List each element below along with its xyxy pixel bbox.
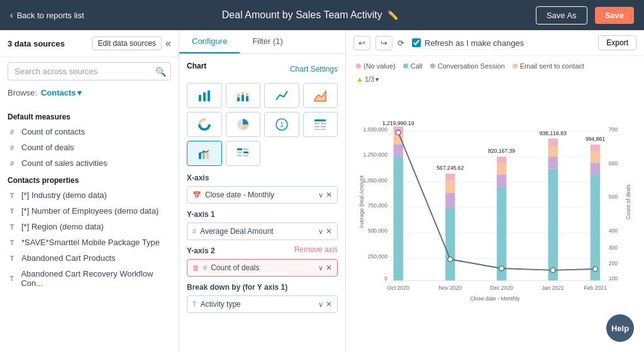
- browse-row: Browse: Contacts ▾: [0, 85, 179, 102]
- pie-chart-icon: [236, 118, 250, 131]
- breakdown-value: Activity type: [201, 300, 241, 309]
- list-item[interactable]: T [*] Industry (demo data): [0, 187, 179, 203]
- svg-rect-2: [208, 91, 210, 101]
- svg-rect-20: [314, 129, 319, 130]
- svg-rect-70: [591, 152, 600, 163]
- topbar: ‹ Back to reports list Deal Amount by Sa…: [0, 0, 644, 30]
- yaxis2-label: Y-axis 2: [187, 246, 215, 255]
- yaxis1-clear-icon[interactable]: ✕: [326, 227, 332, 236]
- legend-dot-call: [403, 63, 408, 69]
- svg-text:1,000,000: 1,000,000: [364, 177, 388, 184]
- chart-type-number[interactable]: 1: [264, 112, 299, 137]
- edit-sources-button[interactable]: Edit data sources: [92, 36, 162, 50]
- svg-text:0: 0: [384, 275, 387, 282]
- tab-configure[interactable]: Configure: [179, 30, 240, 53]
- svg-text:Dec 2020: Dec 2020: [490, 285, 513, 291]
- chart-type-donut[interactable]: [187, 112, 222, 137]
- refresh-checkbox-label: Refresh as I make changes: [412, 38, 524, 48]
- chart-type-area[interactable]: [303, 83, 338, 108]
- back-button[interactable]: ‹ Back to reports list: [10, 10, 84, 20]
- xaxis-calendar-icon: 📅: [192, 191, 201, 199]
- chart-type-pivot[interactable]: [226, 141, 261, 166]
- help-button[interactable]: Help: [606, 314, 634, 342]
- xaxis-select[interactable]: 📅 Close date - Monthly ∨ ✕: [187, 186, 338, 204]
- svg-text:600: 600: [609, 160, 618, 167]
- list-item[interactable]: T [*] Number of Employees (demo data): [0, 203, 179, 219]
- back-chevron-icon: ‹: [10, 10, 13, 20]
- svg-text:500: 500: [609, 194, 618, 200]
- save-button[interactable]: Save: [595, 7, 634, 24]
- svg-point-76: [593, 267, 598, 272]
- legend-dot-no-value: [356, 63, 361, 69]
- svg-text:994,861: 994,861: [586, 136, 605, 142]
- svg-rect-28: [243, 151, 248, 153]
- chart-type-grid: 1: [187, 83, 338, 166]
- svg-rect-21: [321, 129, 326, 130]
- item-label: Count of sales activities: [21, 158, 108, 168]
- item-label: [*] Industry (demo data): [21, 190, 107, 200]
- remove-axis-button[interactable]: Remove axis: [294, 245, 338, 254]
- search-icon-button[interactable]: 🔍: [155, 67, 166, 77]
- svg-rect-3: [237, 97, 240, 101]
- tab-filter[interactable]: Filter (1): [240, 30, 295, 53]
- list-item[interactable]: # Count of deals: [0, 140, 179, 155]
- legend-item-no-value: (No value): [356, 62, 396, 70]
- xaxis-label: X-axis: [187, 173, 338, 182]
- list-item[interactable]: T [*] Region (demo data): [0, 219, 179, 234]
- chart-type-stacked-bar[interactable]: [226, 83, 261, 108]
- breakdown-select[interactable]: T Activity type ∨ ✕: [187, 295, 338, 313]
- report-title: Deal Amount by Sales Team Activity ✏️: [92, 9, 528, 21]
- item-label: Count of deals: [21, 143, 74, 152]
- svg-rect-30: [243, 155, 248, 157]
- svg-point-74: [499, 266, 504, 271]
- list-item[interactable]: # Count of sales activities: [0, 155, 179, 171]
- chart-section-header: Chart Chart Settings: [187, 62, 338, 77]
- donut-chart-icon: [197, 118, 211, 131]
- edit-title-icon[interactable]: ✏️: [387, 10, 398, 20]
- svg-rect-0: [199, 95, 201, 101]
- search-box: 🔍: [8, 62, 171, 80]
- svg-text:Feb 2021: Feb 2021: [584, 285, 607, 291]
- undo-button[interactable]: ↩: [353, 36, 370, 50]
- yaxis2-select[interactable]: 🗑 # Count of deals ∨ ✕: [187, 259, 338, 277]
- yaxis2-clear-icon[interactable]: ✕: [326, 263, 332, 272]
- svg-rect-27: [237, 151, 242, 153]
- search-input[interactable]: [8, 62, 171, 80]
- browse-contacts-link[interactable]: Contacts ▾: [41, 88, 82, 97]
- save-as-button[interactable]: Save As: [536, 6, 587, 25]
- yaxis1-select[interactable]: # Average Deal Amount ∨ ✕: [187, 223, 338, 240]
- refresh-checkbox-input[interactable]: [412, 38, 421, 47]
- line-chart-icon: [275, 89, 289, 102]
- svg-rect-26: [243, 148, 248, 150]
- xaxis-clear-icon[interactable]: ✕: [326, 190, 332, 199]
- svg-rect-16: [314, 123, 319, 124]
- list-item[interactable]: # Count of contacts: [0, 124, 179, 140]
- list-item[interactable]: T Abandoned Cart Products: [0, 250, 179, 266]
- list-item[interactable]: T *SAVE*Smarttel Mobile Package Type: [0, 234, 179, 250]
- chart-type-pie[interactable]: [226, 112, 261, 137]
- item-label: Abandoned Cart Products: [21, 253, 116, 263]
- chart-settings-link[interactable]: Chart Settings: [290, 65, 338, 74]
- svg-rect-69: [591, 163, 600, 175]
- chart-type-table[interactable]: [303, 112, 338, 137]
- svg-text:1,250,000: 1,250,000: [364, 151, 388, 158]
- breakdown-clear-icon[interactable]: ✕: [326, 300, 332, 309]
- refresh-button[interactable]: ⟳: [397, 38, 404, 48]
- chart-type-combo[interactable]: [187, 141, 222, 166]
- back-label: Back to reports list: [17, 11, 84, 20]
- sidebar-header: 3 data sources Edit data sources «: [0, 30, 179, 57]
- svg-rect-8: [246, 93, 248, 96]
- svg-rect-52: [394, 157, 403, 280]
- export-button[interactable]: Export: [598, 35, 636, 50]
- svg-text:Average Deal Amount: Average Deal Amount: [358, 175, 365, 228]
- combo-chart-icon: [197, 146, 211, 160]
- chart-type-bar[interactable]: [187, 83, 222, 108]
- chart-type-line[interactable]: [264, 83, 299, 108]
- svg-rect-24: [206, 151, 209, 159]
- yaxis1-hash-icon: #: [192, 228, 196, 235]
- redo-button[interactable]: ↪: [375, 36, 392, 50]
- svg-marker-9: [314, 91, 326, 101]
- list-item[interactable]: T Abandoned Cart Recovery Workflow Con..…: [0, 266, 179, 291]
- svg-text:938,116.83: 938,116.83: [540, 130, 567, 136]
- collapse-sidebar-button[interactable]: «: [165, 38, 171, 49]
